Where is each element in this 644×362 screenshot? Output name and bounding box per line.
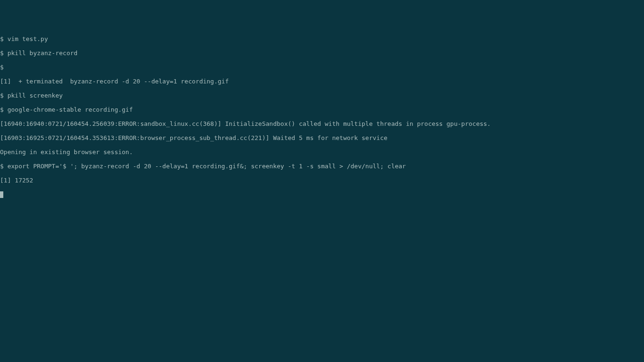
terminal-line: [1] 17252 xyxy=(0,177,644,184)
terminal-line: $ google-chrome-stable recording.gif xyxy=(0,106,644,113)
terminal-output[interactable]: $ vim test.py $ pkill byzanz-record $ [1… xyxy=(0,28,644,205)
terminal-line: $ export PROMPT='$ '; byzanz-record -d 2… xyxy=(0,163,644,170)
terminal-line: [16903:16925:0721/160454.353613:ERROR:br… xyxy=(0,134,644,141)
terminal-line: $ pkill byzanz-record xyxy=(0,49,644,57)
terminal-line: $ vim test.py xyxy=(0,35,644,42)
terminal-line: [1] + terminated byzanz-record -d 20 --d… xyxy=(0,78,644,85)
cursor-icon xyxy=(0,191,3,198)
terminal-line: $ pkill screenkey xyxy=(0,92,644,99)
cursor-line xyxy=(0,191,644,198)
terminal-line: [16940:16940:0721/160454.256039:ERROR:sa… xyxy=(0,120,644,127)
terminal-line: $ xyxy=(0,64,644,71)
terminal-line: Opening in existing browser session. xyxy=(0,148,644,156)
